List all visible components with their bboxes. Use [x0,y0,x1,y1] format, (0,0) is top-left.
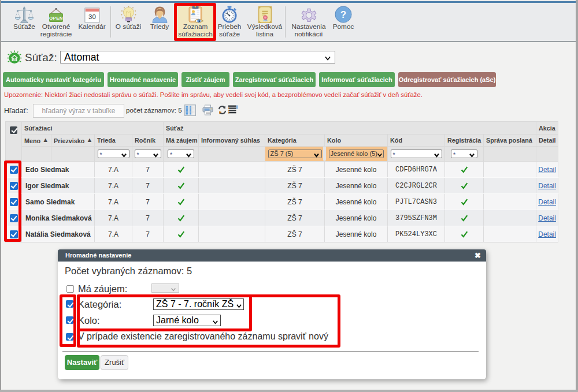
svg-text:?: ? [340,9,346,20]
svg-text:30: 30 [88,13,96,20]
svg-text:OPEN: OPEN [49,16,63,21]
